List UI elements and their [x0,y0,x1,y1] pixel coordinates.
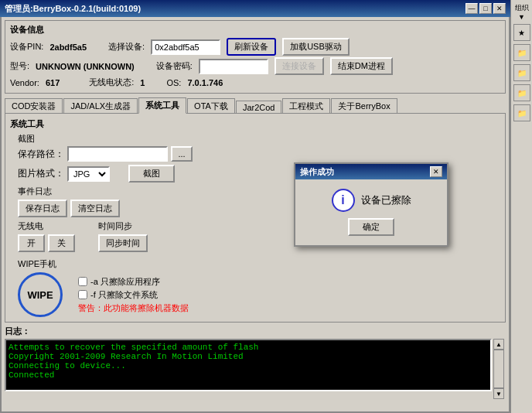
modal-close-button[interactable]: ✕ [430,166,442,177]
modal-title: 操作成功 [300,166,334,178]
modal-body: i 设备已擦除 确定 [295,179,447,245]
modal-overlay: 操作成功 ✕ i 设备已擦除 确定 [0,0,532,413]
modal-message: 设备已擦除 [361,193,411,207]
modal-dialog: 操作成功 ✕ i 设备已擦除 确定 [294,162,448,247]
modal-message-row: i 设备已擦除 [332,189,411,212]
modal-info-icon: i [332,189,355,212]
modal-confirm-button[interactable]: 确定 [348,218,394,236]
modal-title-bar: 操作成功 ✕ [295,164,447,179]
